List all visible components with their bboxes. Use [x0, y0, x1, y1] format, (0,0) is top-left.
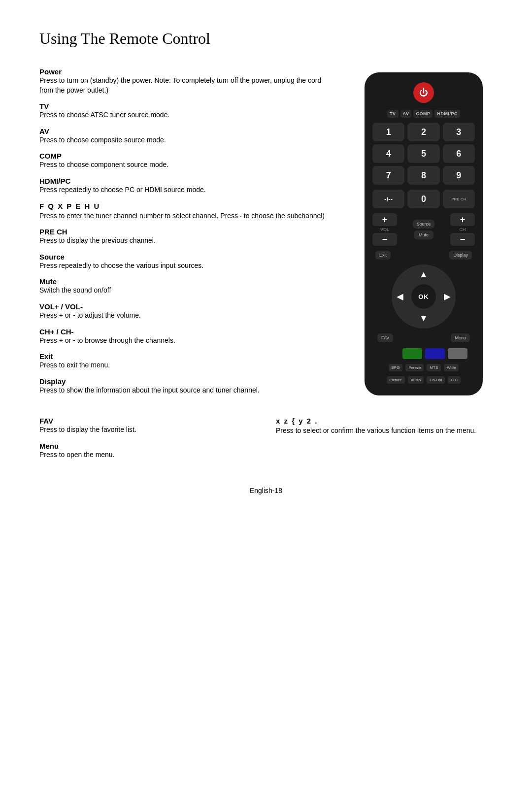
color-button-black[interactable] — [380, 348, 399, 359]
num-button-7[interactable]: 7 — [372, 166, 404, 185]
dash-button[interactable]: -/-- — [372, 190, 404, 208]
section-ok-title: x z { y 2 . — [276, 417, 493, 425]
section-chplus: CH+ / CH- Press + or - to browse through… — [39, 328, 335, 346]
picture-row: Picture Audio Ch-List C C — [372, 376, 475, 384]
comp-source-button[interactable]: COMP — [413, 110, 432, 118]
vol-ch-row: + VOL − Source Mute + CH − — [372, 213, 475, 246]
page-title: Using The Remote Control — [39, 30, 493, 48]
num-button-1[interactable]: 1 — [372, 123, 404, 141]
section-fav: FAV Press to display the favorite list. — [39, 417, 256, 435]
picture-button[interactable]: Picture — [387, 376, 405, 384]
section-power-body: Press to turn on (standby) the power. No… — [39, 76, 335, 95]
section-fav-title: FAV — [39, 417, 256, 425]
section-hdmipc-title: HDMI/PC — [39, 177, 335, 185]
section-comp-title: COMP — [39, 152, 335, 160]
section-volplus: VOL+ / VOL- Press + or - to adjust the v… — [39, 302, 335, 321]
footer-text: English-18 — [250, 487, 282, 494]
prech-button[interactable]: PRE CH — [443, 190, 475, 208]
section-prech-title: PRE CH — [39, 228, 335, 236]
num-button-8[interactable]: 8 — [407, 166, 439, 185]
ch-minus-button[interactable]: − — [450, 233, 475, 246]
zero-row: -/-- 0 PRE CH — [372, 190, 475, 208]
av-source-button[interactable]: AV — [400, 110, 412, 118]
section-av-title: AV — [39, 127, 335, 135]
source-center-button[interactable]: Source — [413, 220, 435, 229]
section-enter-title: F Q X P E H U — [39, 202, 335, 210]
section-menu-body: Press to open the menu. — [39, 450, 256, 460]
num-button-5[interactable]: 5 — [407, 144, 439, 163]
freeze-button[interactable]: Freeze — [405, 364, 424, 371]
section-ok: x z { y 2 . Press to select or confirm t… — [276, 417, 493, 436]
num-button-2[interactable]: 2 — [407, 123, 439, 141]
audio-button[interactable]: Audio — [408, 376, 424, 384]
exit-display-row: Exit Display — [372, 251, 475, 260]
page-container: Using The Remote Control Power Press to … — [0, 0, 532, 524]
section-prech: PRE CH Press to display the previous cha… — [39, 228, 335, 246]
section-menu-title: Menu — [39, 442, 256, 450]
num-button-3[interactable]: 3 — [443, 123, 475, 141]
section-chplus-title: CH+ / CH- — [39, 328, 335, 336]
exit-button[interactable]: Exit — [375, 251, 391, 260]
section-av-body: Press to choose composite source mode. — [39, 135, 335, 145]
num-button-9[interactable]: 9 — [443, 166, 475, 185]
tv-source-button[interactable]: TV — [387, 110, 399, 118]
section-volplus-title: VOL+ / VOL- — [39, 302, 335, 311]
ch-list-button[interactable]: Ch-List — [427, 376, 445, 384]
color-button-green[interactable] — [402, 348, 422, 359]
fav-button[interactable]: FAV — [377, 333, 393, 342]
ch-plus-button[interactable]: + — [450, 213, 475, 226]
menu-button[interactable]: Menu — [451, 333, 470, 342]
section-power: Power Press to turn on (standby) the pow… — [39, 67, 335, 95]
num-button-6[interactable]: 6 — [443, 144, 475, 163]
section-exit-body: Press to exit the menu. — [39, 361, 335, 370]
section-mute: Mute Switch the sound on/off — [39, 277, 335, 295]
vol-side: + VOL − — [372, 213, 397, 246]
power-button[interactable]: ⏻ — [413, 82, 434, 103]
section-chplus-body: Press + or - to browse through the chann… — [39, 336, 335, 346]
section-tv-body: Press to choose ATSC tuner source mode. — [39, 110, 335, 120]
section-comp-body: Press to choose component source mode. — [39, 160, 335, 170]
ok-button[interactable]: OK — [411, 284, 436, 309]
color-button-blue[interactable] — [425, 348, 445, 359]
fav-menu-row: FAV Menu — [372, 333, 475, 342]
bottom-right: x z { y 2 . Press to select or confirm t… — [276, 417, 493, 466]
section-menu: Menu Press to open the menu. — [39, 442, 256, 460]
section-comp: COMP Press to choose component source mo… — [39, 152, 335, 170]
num-button-0[interactable]: 0 — [407, 190, 439, 208]
section-enter-body: Press to enter the tuner channel number … — [39, 211, 335, 221]
section-prech-body: Press to display the previous channel. — [39, 236, 335, 246]
section-av: AV Press to choose composite source mode… — [39, 127, 335, 145]
cc-button[interactable]: C C — [448, 376, 461, 384]
display-button[interactable]: Display — [449, 251, 472, 260]
epg-button[interactable]: EPG — [389, 364, 403, 371]
vol-label: VOL — [380, 227, 389, 232]
bottom-left: FAV Press to display the favorite list. … — [39, 417, 256, 466]
bottom-section: FAV Press to display the favorite list. … — [39, 417, 493, 466]
right-column: ⏻ TV AV COMP HDMI/PC 1 2 3 4 5 6 7 — [355, 67, 493, 402]
section-hdmipc: HDMI/PC Press repeatedly to choose PC or… — [39, 177, 335, 195]
section-enter: F Q X P E H U Press to enter the tuner c… — [39, 202, 335, 221]
nav-right-arrow[interactable]: ▶ — [444, 291, 451, 302]
section-volplus-body: Press + or - to adjust the volume. — [39, 311, 335, 321]
section-tv: TV Press to choose ATSC tuner source mod… — [39, 102, 335, 120]
section-source-title: Source — [39, 253, 335, 261]
wide-button[interactable]: Wide — [444, 364, 459, 371]
color-button-row — [380, 348, 467, 359]
number-grid: 1 2 3 4 5 6 7 8 9 — [372, 123, 475, 185]
section-power-title: Power — [39, 67, 335, 76]
vol-minus-button[interactable]: − — [372, 233, 397, 246]
hdmipc-source-button[interactable]: HDMI/PC — [434, 110, 460, 118]
mute-button[interactable]: Mute — [414, 230, 433, 239]
vol-plus-button[interactable]: + — [372, 213, 397, 226]
nav-up-arrow[interactable]: ▲ — [419, 269, 428, 280]
mts-button[interactable]: MTS — [427, 364, 441, 371]
left-column: Power Press to turn on (standby) the pow… — [39, 67, 335, 402]
nav-left-arrow[interactable]: ◀ — [397, 291, 403, 302]
section-ok-body: Press to select or confirm the various f… — [276, 426, 493, 436]
nav-down-arrow[interactable]: ▼ — [419, 313, 428, 324]
source-button-row: TV AV COMP HDMI/PC — [372, 110, 475, 118]
num-button-4[interactable]: 4 — [372, 144, 404, 163]
color-button-gray[interactable] — [448, 348, 467, 359]
section-hdmipc-body: Press repeatedly to choose PC or HDMI so… — [39, 185, 335, 195]
section-mute-body: Switch the sound on/off — [39, 286, 335, 295]
